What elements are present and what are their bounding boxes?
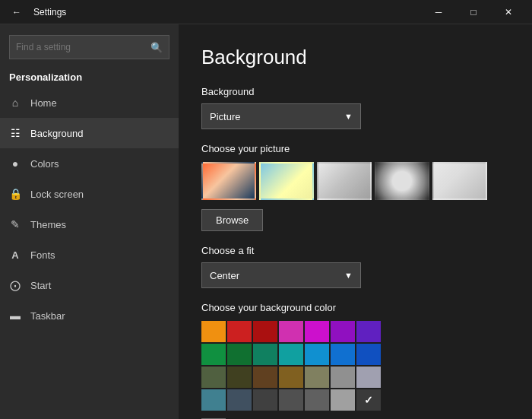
colors-icon: ● <box>9 157 21 170</box>
color-swatch[interactable] <box>253 367 277 388</box>
search-input[interactable] <box>16 42 150 52</box>
sidebar-item-themes[interactable]: ✎ Themes <box>0 209 179 240</box>
background-section-title: Background <box>201 86 509 97</box>
sidebar-item-label: Themes <box>30 219 66 230</box>
title-bar-left: ← Settings <box>6 2 421 23</box>
content-area: Background Background Picture ▼ Choose y… <box>179 24 532 419</box>
sidebar-item-label: Background <box>30 128 83 139</box>
sidebar-item-fonts[interactable]: A Fonts <box>0 240 179 270</box>
sidebar-item-background[interactable]: ☷ Background <box>0 118 179 148</box>
color-swatch[interactable] <box>279 389 303 411</box>
color-swatch[interactable] <box>201 344 226 365</box>
picture-thumb-2[interactable] <box>259 162 314 200</box>
search-icon: 🔍 <box>150 42 163 53</box>
home-icon: ⌂ <box>9 97 21 109</box>
main-layout: 🔍 Personalization ⌂ Home ☷ Background ● … <box>0 24 532 419</box>
title-bar-controls: ─ □ ✕ <box>421 0 526 24</box>
color-palette <box>201 321 509 411</box>
color-swatch[interactable] <box>279 367 303 388</box>
fit-dropdown-value: Center <box>210 270 239 281</box>
color-swatch[interactable] <box>356 321 381 342</box>
color-swatch[interactable] <box>227 389 252 411</box>
fonts-icon: A <box>9 249 21 261</box>
color-swatch[interactable] <box>253 344 277 365</box>
color-row <box>201 389 509 411</box>
picture-grid <box>201 162 509 200</box>
sidebar-item-taskbar[interactable]: ▬ Taskbar <box>0 300 179 331</box>
picture-chooser-label: Choose your picture <box>201 143 509 154</box>
sidebar-item-label: Home <box>30 97 57 109</box>
browse-button[interactable]: Browse <box>201 209 263 231</box>
color-swatch[interactable] <box>331 344 355 365</box>
color-swatch[interactable] <box>305 367 329 388</box>
sidebar-section-label: Personalization <box>0 67 179 87</box>
color-swatch[interactable] <box>356 389 381 411</box>
color-row <box>201 367 509 388</box>
color-swatch[interactable] <box>356 344 381 365</box>
color-swatch[interactable] <box>201 367 226 388</box>
color-swatch[interactable] <box>227 344 252 365</box>
minimize-button[interactable]: ─ <box>421 0 456 24</box>
background-dropdown[interactable]: Picture ▼ <box>201 103 361 129</box>
color-swatch[interactable] <box>331 321 355 342</box>
chevron-down-icon-fit: ▼ <box>344 271 353 280</box>
sidebar-item-start[interactable]: ⨀ Start <box>0 270 179 300</box>
color-row <box>201 321 509 342</box>
start-icon: ⨀ <box>9 279 21 291</box>
sidebar-item-home[interactable]: ⌂ Home <box>0 87 179 118</box>
sidebar-item-label: Taskbar <box>30 310 65 322</box>
picture-thumb-5[interactable] <box>432 162 487 200</box>
close-button[interactable]: ✕ <box>491 0 526 24</box>
lock-icon: 🔒 <box>9 188 21 200</box>
color-swatch[interactable] <box>305 389 329 411</box>
themes-icon: ✎ <box>9 218 21 230</box>
sidebar-item-label: Lock screen <box>30 189 84 200</box>
color-swatch[interactable] <box>227 367 252 388</box>
color-swatch[interactable] <box>253 389 277 411</box>
sidebar: 🔍 Personalization ⌂ Home ☷ Background ● … <box>0 24 179 419</box>
search-bar[interactable]: 🔍 <box>9 35 169 59</box>
background-icon: ☷ <box>9 127 21 139</box>
color-swatch[interactable] <box>201 321 226 342</box>
maximize-button[interactable]: □ <box>456 0 491 24</box>
color-swatch[interactable] <box>201 389 226 411</box>
title-bar: ← Settings ─ □ ✕ <box>0 0 532 24</box>
color-row <box>201 344 509 365</box>
chevron-down-icon: ▼ <box>344 112 353 121</box>
sidebar-item-label: Fonts <box>30 249 55 261</box>
picture-thumb-3[interactable] <box>317 162 372 200</box>
fit-dropdown[interactable]: Center ▼ <box>201 262 361 288</box>
sidebar-item-label: Colors <box>30 158 59 170</box>
fit-label: Choose a fit <box>201 245 509 256</box>
color-swatch[interactable] <box>305 344 329 365</box>
color-swatch[interactable] <box>279 344 303 365</box>
color-swatch[interactable] <box>356 367 381 388</box>
color-swatch[interactable] <box>305 321 329 342</box>
color-swatch[interactable] <box>331 367 355 388</box>
sidebar-item-lockscreen[interactable]: 🔒 Lock screen <box>0 179 179 209</box>
color-swatch[interactable] <box>279 321 303 342</box>
background-dropdown-value: Picture <box>210 111 240 122</box>
color-swatch[interactable] <box>331 389 355 411</box>
title-bar-title: Settings <box>33 7 66 17</box>
color-swatch[interactable] <box>227 321 252 342</box>
sidebar-item-label: Start <box>30 280 51 291</box>
taskbar-icon: ▬ <box>9 309 21 322</box>
picture-thumb-1[interactable] <box>201 162 256 200</box>
sidebar-item-colors[interactable]: ● Colors <box>0 148 179 179</box>
color-palette-label: Choose your background color <box>201 302 509 313</box>
picture-thumb-4[interactable] <box>375 162 429 200</box>
back-button[interactable]: ← <box>6 2 27 23</box>
color-swatch[interactable] <box>253 321 277 342</box>
page-title: Background <box>201 46 509 69</box>
